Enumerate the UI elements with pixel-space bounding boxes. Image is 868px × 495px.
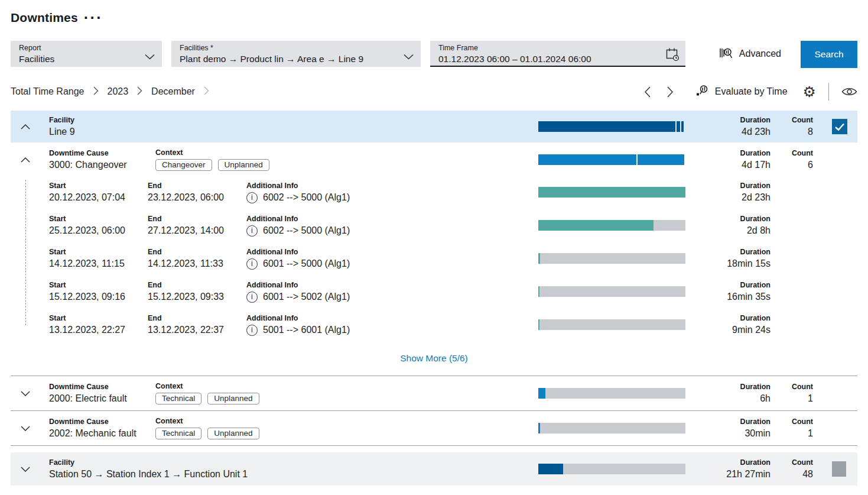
timeframe-label: Time Frame xyxy=(438,44,664,52)
row-checkbox-checked[interactable] xyxy=(832,119,847,134)
duration-bar xyxy=(538,187,685,198)
toolbar: Evaluate by Time ⚙ xyxy=(644,83,857,101)
next-period-button[interactable] xyxy=(667,86,674,98)
duration-label: Duration xyxy=(740,383,771,391)
count-value: 8 xyxy=(808,127,813,137)
breadcrumb: Total Time Range 2023 December xyxy=(11,86,209,98)
collapse-row-button[interactable] xyxy=(11,121,49,132)
evaluate-by-time-label: Evaluate by Time xyxy=(715,86,788,97)
previous-period-button[interactable] xyxy=(644,86,651,98)
chevron-right-icon xyxy=(93,86,99,98)
count-label: Count xyxy=(792,149,813,157)
report-select[interactable]: Report Facilities xyxy=(11,41,162,67)
end-value: 23.12.2023, 06:00 xyxy=(148,192,246,203)
visibility-eye-icon[interactable] xyxy=(841,86,857,97)
collapse-row-button[interactable] xyxy=(11,154,49,165)
count-label: Count xyxy=(792,458,813,467)
end-value: 15.12.2023, 09:33 xyxy=(148,292,246,302)
show-more-link[interactable]: Show More (5/6) xyxy=(400,353,468,364)
end-value: 14.12.2023, 11:33 xyxy=(148,258,246,269)
duration-value: 2d 23h xyxy=(742,192,771,203)
row-checkbox-gray[interactable] xyxy=(832,461,846,477)
info-icon[interactable]: i xyxy=(246,225,258,237)
breadcrumb-total-time-range[interactable]: Total Time Range xyxy=(11,86,84,97)
detail-row: Start 15.12.2023, 09:16 End 15.12.2023, … xyxy=(11,275,857,308)
breadcrumb-month[interactable]: December xyxy=(151,86,195,97)
start-value: 14.12.2023, 11:15 xyxy=(49,258,148,269)
end-label: End xyxy=(148,215,246,223)
duration-value: 21h 27min xyxy=(726,469,771,480)
info-icon[interactable]: i xyxy=(246,258,258,270)
report-label: Report xyxy=(19,44,141,52)
downtime-cause-label: Downtime Cause xyxy=(49,418,155,426)
additional-info-label: Additional Info xyxy=(246,215,350,223)
info-icon[interactable]: i xyxy=(246,192,258,203)
additional-info-value: 6002 --> 5000 (Alg1) xyxy=(263,225,350,236)
expand-row-button[interactable] xyxy=(11,388,49,399)
search-button[interactable]: Search xyxy=(801,41,857,68)
info-icon[interactable]: i xyxy=(246,292,258,303)
cause-group-row[interactable]: Downtime Cause 2002: Mechanic fault Cont… xyxy=(11,411,857,445)
duration-label: Duration xyxy=(740,116,771,124)
additional-info-value: 5001 --> 6001 (Alg1) xyxy=(263,325,350,335)
chevron-down-icon xyxy=(21,464,30,474)
toolbar-divider xyxy=(828,83,829,101)
chevron-right-disabled-icon xyxy=(204,86,209,98)
duration-bar xyxy=(538,423,685,433)
chevron-down-icon xyxy=(21,423,30,433)
cause-group-row[interactable]: Downtime Cause 2000: Electric fault Cont… xyxy=(11,376,857,410)
duration-label: Duration xyxy=(740,248,771,256)
facility-group-row[interactable]: Facility Line 9 Duration 4d 23h Count 8 xyxy=(11,111,857,143)
facility-group-row[interactable]: Facility Station 50 → Station Index 1 → … xyxy=(11,452,857,486)
additional-info-value: 6002 --> 5000 (Alg1) xyxy=(263,192,350,203)
duration-bar xyxy=(538,121,685,132)
duration-value: 9min 24s xyxy=(732,325,771,335)
show-more-row: Show More (5/6) xyxy=(11,341,857,376)
detail-rows: Start 20.12.2023, 07:04 End 23.12.2023, … xyxy=(11,176,857,341)
count-label: Count xyxy=(792,116,813,124)
info-icon[interactable]: i xyxy=(246,325,258,336)
advanced-button[interactable]: Advanced xyxy=(719,41,781,67)
settings-gear-icon[interactable]: ⚙ xyxy=(803,85,816,99)
additional-info-value: 6001 --> 5002 (Alg1) xyxy=(263,292,350,302)
duration-value: 4d 23h xyxy=(742,127,771,137)
breadcrumb-year[interactable]: 2023 xyxy=(108,86,129,97)
additional-info-label: Additional Info xyxy=(246,281,350,289)
duration-bar xyxy=(538,319,685,330)
additional-info-label: Additional Info xyxy=(246,314,350,322)
count-value: 6 xyxy=(808,160,813,170)
overflow-menu-icon[interactable]: ··· xyxy=(84,14,103,22)
duration-label: Duration xyxy=(740,182,771,190)
timeframe-value: 01.12.2023 06:00 – 01.01.2024 06:00 xyxy=(438,54,664,64)
start-value: 25.12.2023, 06:00 xyxy=(49,225,148,236)
count-label: Count xyxy=(792,383,813,391)
expand-row-button[interactable] xyxy=(11,423,49,433)
context-badge: Technical xyxy=(155,393,201,405)
duration-value: 18min 15s xyxy=(727,258,771,269)
chevron-down-icon xyxy=(404,51,414,62)
evaluate-by-time-button[interactable]: Evaluate by Time xyxy=(696,84,788,99)
duration-value: 4d 17h xyxy=(742,160,771,170)
facilities-select[interactable]: Facilities * Plant demo → Product lin → … xyxy=(171,41,421,67)
timeframe-input[interactable]: Time Frame 01.12.2023 06:00 – 01.01.2024… xyxy=(430,41,685,67)
calendar-clock-icon[interactable] xyxy=(665,47,680,64)
facilities-value: Plant demo → Product lin → Area e → Line… xyxy=(180,54,399,64)
context-badge: Changeover xyxy=(155,159,212,171)
expand-row-button[interactable] xyxy=(11,464,49,474)
additional-info-label: Additional Info xyxy=(246,248,350,256)
cause-group-row[interactable]: Downtime Cause 3000: Changeover Context … xyxy=(11,144,857,176)
facility-value: Line 9 xyxy=(49,127,75,137)
duration-value: 6h xyxy=(760,393,771,404)
context-badge: Unplanned xyxy=(207,393,259,405)
end-label: End xyxy=(148,314,246,322)
detail-row: Start 25.12.2023, 06:00 End 27.12.2023, … xyxy=(11,209,857,242)
chevron-down-icon xyxy=(145,51,155,62)
downtime-cause-label: Downtime Cause xyxy=(49,383,155,391)
start-label: Start xyxy=(49,248,148,256)
detail-row: Start 20.12.2023, 07:04 End 23.12.2023, … xyxy=(11,176,857,209)
advanced-search-icon xyxy=(719,46,733,62)
duration-bar xyxy=(538,464,685,474)
duration-value: 16min 35s xyxy=(727,292,771,302)
duration-bar xyxy=(538,253,685,264)
downtime-cause-value: 2000: Electric fault xyxy=(49,393,155,404)
